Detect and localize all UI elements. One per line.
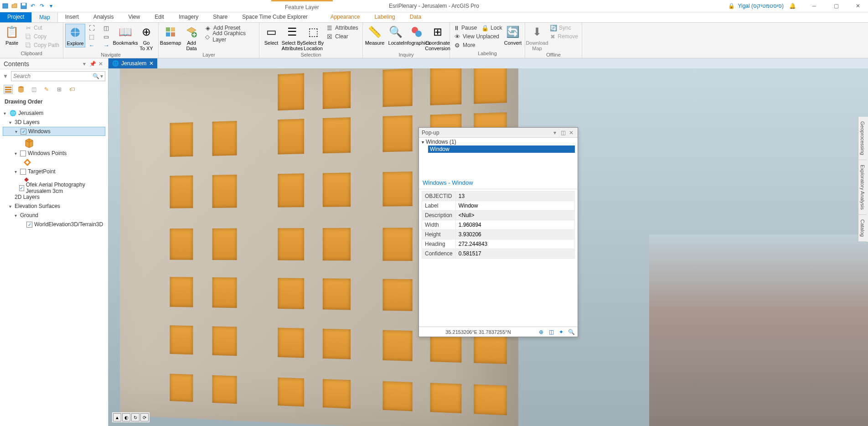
maximize-button[interactable]: ▢ bbox=[828, 0, 844, 12]
select-loc-button[interactable]: ⬚Select By Location bbox=[303, 24, 323, 52]
tab-appearance[interactable]: Appearance bbox=[323, 12, 367, 22]
layer-windows-points[interactable]: ▾ Windows Points bbox=[3, 149, 105, 158]
scene-item[interactable]: ▾ 🌐 Jerusalem bbox=[3, 109, 105, 118]
detected-window[interactable] bbox=[382, 279, 412, 311]
tab-labeling[interactable]: Labeling bbox=[367, 12, 402, 22]
detected-window[interactable] bbox=[212, 277, 237, 308]
detected-window[interactable] bbox=[382, 171, 412, 207]
contents-menu-icon[interactable]: ▾ bbox=[81, 60, 88, 68]
bookmarks-button[interactable]: 📖 Bookmarks bbox=[115, 24, 135, 47]
popup-selected-feature[interactable]: Window bbox=[428, 145, 575, 153]
tab-map[interactable]: Map bbox=[31, 12, 57, 22]
zoom-sel-button[interactable]: ◫ bbox=[101, 24, 114, 32]
layer-checkbox[interactable]: ✓ bbox=[21, 129, 26, 135]
detected-window[interactable] bbox=[212, 175, 237, 208]
add-graphics-button[interactable]: ◇Add Graphics Layer bbox=[202, 32, 257, 41]
measure-button[interactable]: 📏Measure bbox=[365, 24, 385, 47]
detected-window[interactable] bbox=[323, 172, 351, 207]
add-data-button[interactable]: Add Data bbox=[181, 24, 202, 52]
tab-share[interactable]: Share bbox=[206, 12, 235, 22]
detected-window[interactable] bbox=[212, 375, 237, 404]
expand-icon[interactable]: ▾ bbox=[9, 204, 15, 209]
redo-icon[interactable]: ↷ bbox=[38, 2, 46, 10]
basemap-button[interactable]: Basemap bbox=[160, 24, 181, 47]
tab-project[interactable]: Project bbox=[0, 12, 31, 22]
detected-window[interactable] bbox=[170, 277, 193, 307]
clear-button[interactable]: ☒Clear bbox=[324, 32, 361, 41]
pause-button[interactable]: ⏸Pause🔒Lock bbox=[452, 24, 502, 32]
collapse-icon[interactable]: ▾ bbox=[422, 140, 424, 145]
minimize-button[interactable]: ─ bbox=[806, 0, 822, 12]
detected-window[interactable] bbox=[382, 330, 412, 361]
search-box[interactable]: 🔍 ▾ bbox=[11, 71, 105, 81]
popup-dock-icon[interactable]: ◫ bbox=[559, 129, 567, 136]
select-attr-button[interactable]: ☰Select By Attributes bbox=[282, 24, 302, 52]
save-icon[interactable] bbox=[20, 2, 27, 10]
detected-window[interactable] bbox=[170, 229, 193, 260]
detected-window[interactable] bbox=[430, 68, 461, 105]
detected-window[interactable] bbox=[382, 68, 412, 107]
detected-window[interactable] bbox=[212, 229, 237, 260]
detected-window[interactable] bbox=[474, 68, 507, 104]
layer-checkbox[interactable]: ✓ bbox=[19, 185, 24, 191]
popup-zoom-icon[interactable]: ⊕ bbox=[537, 328, 545, 336]
detected-window[interactable] bbox=[323, 379, 351, 409]
infographics-button[interactable]: Infographics bbox=[407, 24, 427, 47]
toc-tab-source[interactable] bbox=[16, 85, 26, 94]
detected-window[interactable] bbox=[170, 122, 193, 157]
detected-window[interactable] bbox=[382, 228, 412, 261]
detected-window[interactable] bbox=[278, 228, 304, 260]
layer-target-point[interactable]: ▾ TargetPoint bbox=[3, 167, 105, 176]
detected-window[interactable] bbox=[430, 383, 461, 413]
detected-window[interactable] bbox=[212, 326, 237, 356]
layer-checkbox[interactable]: ✓ bbox=[26, 222, 32, 228]
detected-window[interactable] bbox=[170, 325, 193, 354]
new-project-icon[interactable] bbox=[2, 2, 9, 10]
detected-window[interactable] bbox=[278, 173, 304, 207]
tab-edit[interactable]: Edit bbox=[147, 12, 171, 22]
detected-window[interactable] bbox=[278, 119, 304, 154]
popup-flash-icon[interactable]: ✦ bbox=[558, 328, 565, 336]
detected-window[interactable] bbox=[323, 228, 351, 261]
paste-button[interactable]: 📋 Paste bbox=[2, 24, 22, 47]
notifications-icon[interactable]: 🔔 bbox=[789, 3, 796, 9]
detected-window[interactable] bbox=[323, 278, 351, 310]
expand-icon[interactable]: ▾ bbox=[15, 169, 20, 174]
expand-icon[interactable]: ▾ bbox=[15, 129, 21, 134]
popup-select-icon[interactable]: ◫ bbox=[548, 328, 555, 336]
ground-item[interactable]: ▾ Ground bbox=[3, 211, 105, 220]
prev-extent-button[interactable]: ← bbox=[86, 41, 100, 49]
toc-tab-selection[interactable]: ◫ bbox=[29, 85, 38, 94]
nav-north-button[interactable]: ▲ bbox=[113, 413, 121, 421]
expand-icon[interactable]: ▾ bbox=[9, 120, 15, 125]
tab-insert[interactable]: Insert bbox=[58, 12, 86, 22]
user-name[interactable]: Yigal (סיסטמטיקס) bbox=[738, 3, 784, 9]
toc-tab-labeling[interactable]: 🏷 bbox=[67, 85, 77, 94]
detected-window[interactable] bbox=[382, 381, 412, 411]
toc-tab-drawing[interactable] bbox=[4, 85, 13, 94]
remove-button[interactable]: ✖Remove bbox=[548, 32, 580, 41]
close-button[interactable]: ✕ bbox=[850, 0, 866, 12]
popup-feature-group[interactable]: ▾Windows (1) bbox=[422, 139, 575, 145]
search-clear-icon[interactable]: ▾ bbox=[100, 73, 103, 79]
popup-header[interactable]: Pop-up ▾ ◫ ✕ bbox=[419, 128, 578, 138]
layer-windows[interactable]: ▾ ✓ Windows bbox=[3, 127, 105, 136]
popup-close-icon[interactable]: ✕ bbox=[568, 129, 575, 136]
expand-icon[interactable]: ▾ bbox=[15, 151, 20, 156]
toc-tab-snapping[interactable]: ⊞ bbox=[55, 85, 64, 94]
detected-window[interactable] bbox=[278, 73, 304, 110]
explore-button[interactable]: Explore bbox=[65, 24, 85, 47]
convert-button[interactable]: 🔄Convert bbox=[503, 24, 523, 47]
attributes-button[interactable]: ☰Attributes bbox=[324, 24, 361, 32]
detected-window[interactable] bbox=[278, 278, 304, 309]
detected-window[interactable] bbox=[170, 374, 193, 402]
contents-pin-icon[interactable]: 📌 bbox=[89, 60, 96, 68]
expand-icon[interactable]: ▾ bbox=[4, 111, 9, 116]
popup-search-icon[interactable]: 🔍 bbox=[568, 328, 575, 336]
view-unplaced-button[interactable]: 👁View Unplaced bbox=[452, 32, 502, 41]
tab-view[interactable]: View bbox=[121, 12, 147, 22]
tab-analysis[interactable]: Analysis bbox=[86, 12, 121, 22]
detected-window[interactable] bbox=[170, 175, 193, 208]
side-tab-exploratory[interactable]: Exploratory Analysis bbox=[858, 160, 867, 215]
sync-button[interactable]: 🔄Sync bbox=[548, 24, 580, 32]
